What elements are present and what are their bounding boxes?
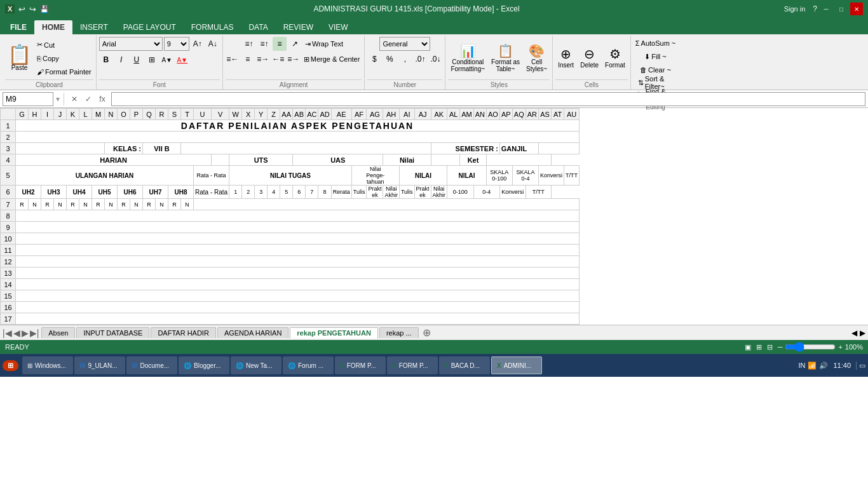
col-AH[interactable]: AH — [383, 109, 400, 120]
quick-access-redo[interactable]: ↪ — [29, 4, 36, 14]
fill-button[interactable]: ⬇ Fill ~ — [642, 50, 668, 63]
scroll-right-icon[interactable]: ▶ — [860, 329, 865, 337]
increase-indent-button[interactable]: ≡→ — [287, 52, 301, 66]
tab-view[interactable]: VIEW — [321, 20, 356, 34]
row17-data[interactable] — [16, 313, 580, 325]
show-desktop-button[interactable]: ▭ — [856, 362, 865, 370]
r-uh2[interactable]: R — [16, 199, 29, 210]
normal-view-icon[interactable]: ▣ — [745, 343, 751, 351]
tab-page-layout[interactable]: PAGE LAYOUT — [116, 20, 184, 34]
nilai-akhir-uas-header[interactable]: NilaiAkhir — [431, 186, 447, 199]
keyboard-lang[interactable]: IN — [798, 362, 805, 369]
format-as-table-button[interactable]: 📋 Format asTable~ — [489, 43, 522, 74]
increase-font-button[interactable]: A↑ — [191, 37, 205, 51]
skala1-header[interactable]: SKALA0-100 — [486, 166, 512, 186]
tab-file[interactable]: FILE — [3, 20, 34, 34]
row3-spacer2[interactable] — [181, 143, 431, 154]
nilai-tugas-header[interactable]: NILAI TUGAS — [229, 166, 352, 186]
row-header-12[interactable]: 12 — [1, 256, 16, 268]
row-header-7[interactable]: 7 — [1, 199, 16, 210]
tulis-uts-header[interactable]: Tulis — [351, 186, 367, 199]
col-AO[interactable]: AO — [486, 109, 499, 120]
spacer-4c[interactable] — [486, 154, 551, 166]
r-uh3[interactable]: R — [41, 199, 54, 210]
n-uh3[interactable]: N — [54, 199, 67, 210]
decrease-font-button[interactable]: A↓ — [206, 37, 220, 51]
currency-button[interactable]: $ — [367, 52, 381, 66]
col-X[interactable]: X — [242, 109, 255, 120]
col-P[interactable]: P — [130, 109, 143, 120]
col-L[interactable]: L — [79, 109, 92, 120]
col-AU[interactable]: AU — [564, 109, 580, 120]
row-header-16[interactable]: 16 — [1, 302, 16, 313]
row-header-6[interactable]: 6 — [1, 186, 16, 199]
tab-data[interactable]: DATA — [241, 20, 275, 34]
quick-access-undo[interactable]: ↩ — [18, 4, 25, 14]
tab-last-icon[interactable]: ▶| — [30, 328, 39, 338]
zoom-level[interactable]: 100% — [845, 343, 863, 351]
praktek-uts-header[interactable]: Praktek — [367, 186, 383, 199]
row-header-17[interactable]: 17 — [1, 313, 16, 325]
col-AL[interactable]: AL — [447, 109, 460, 120]
uh3-header[interactable]: UH3 — [41, 186, 67, 199]
merge-center-button[interactable]: ⊞ Merge & Center — [302, 53, 362, 65]
tab-first-icon[interactable]: |◀ — [3, 328, 12, 338]
zoom-slider[interactable] — [785, 342, 836, 352]
tab-review[interactable]: REVIEW — [276, 20, 321, 34]
col-AM[interactable]: AM — [460, 109, 474, 120]
n-uh8[interactable]: N — [181, 199, 194, 210]
uh5-header[interactable]: UH5 — [92, 186, 118, 199]
col-AB[interactable]: AB — [293, 109, 306, 120]
col-AK[interactable]: AK — [431, 109, 447, 120]
row-header-10[interactable]: 10 — [1, 233, 16, 245]
t2-header[interactable]: 2 — [242, 186, 255, 199]
uh8-header[interactable]: UH8 — [168, 186, 194, 199]
number-format-select[interactable]: General — [379, 37, 430, 51]
col-U[interactable]: U — [194, 109, 212, 120]
taskbar-9ulan[interactable]: W 9_ULAN... — [74, 356, 125, 374]
name-box-expand[interactable]: ▾ — [56, 95, 60, 104]
insert-function-button[interactable]: fx — [96, 93, 109, 105]
col-H[interactable]: H — [29, 109, 41, 120]
col-AN[interactable]: AN — [473, 109, 486, 120]
cut-button[interactable]: ✂ Cut — [35, 39, 93, 51]
paste-button[interactable]: 📋 Paste — [5, 44, 34, 72]
col-O[interactable]: O — [118, 109, 130, 120]
col-Y[interactable]: Y — [255, 109, 268, 120]
sheet-tab-rekap-dots[interactable]: rekap ... — [379, 327, 419, 338]
col-AF[interactable]: AF — [351, 109, 367, 120]
semester-label-cell[interactable]: SEMESTER : — [431, 143, 499, 154]
row15-data[interactable] — [16, 290, 580, 302]
col-N[interactable]: N — [105, 109, 118, 120]
col-G[interactable]: G — [16, 109, 29, 120]
sheet-tab-input-database[interactable]: INPUT DATABASE — [76, 327, 149, 338]
nilai-header[interactable]: Nilai — [383, 154, 431, 166]
clear-button[interactable]: 🗑 Clear ~ — [638, 64, 673, 76]
taskbar-formp1[interactable]: X FORM P... — [335, 356, 386, 374]
col-W[interactable]: W — [229, 109, 242, 120]
cell-reference-box[interactable]: M9 — [3, 92, 53, 106]
row13-data[interactable] — [16, 268, 580, 279]
col-T[interactable]: T — [181, 109, 194, 120]
row8-data[interactable] — [16, 210, 580, 222]
copy-button[interactable]: ⎘ Copy — [35, 52, 93, 65]
sort-filter-button[interactable]: ⇅ Sort &Filter~ — [636, 76, 678, 89]
tab-prev-icon[interactable]: ◀ — [13, 328, 20, 338]
align-left-button[interactable]: ≡← — [226, 52, 240, 66]
row2-cell[interactable] — [16, 132, 580, 143]
align-top-right-button[interactable]: ≡ — [273, 37, 287, 51]
tulis-uas-header[interactable]: Tulis — [399, 186, 414, 199]
align-top-left-button[interactable]: ≡↑ — [242, 37, 256, 51]
row10-data[interactable] — [16, 233, 580, 245]
title-cell[interactable]: DAFTAR PENILAIAN ASPEK PENGETAHUAN — [16, 120, 580, 132]
corner-header[interactable] — [1, 109, 16, 120]
new-sheet-button[interactable]: ⊕ — [423, 327, 431, 339]
col-I[interactable]: I — [41, 109, 54, 120]
fill-color-button[interactable]: A▼ — [160, 53, 174, 67]
sheet-tab-rekap-pengetahuan[interactable]: rekap PENGETAHUAN — [290, 327, 378, 339]
uh6-header[interactable]: UH6 — [118, 186, 143, 199]
tab-insert[interactable]: INSERT — [72, 20, 116, 34]
row-header-11[interactable]: 11 — [1, 245, 16, 256]
bold-button[interactable]: B — [99, 53, 113, 67]
ulangan-harian-header[interactable]: ULANGAN HARIAN — [16, 166, 194, 186]
